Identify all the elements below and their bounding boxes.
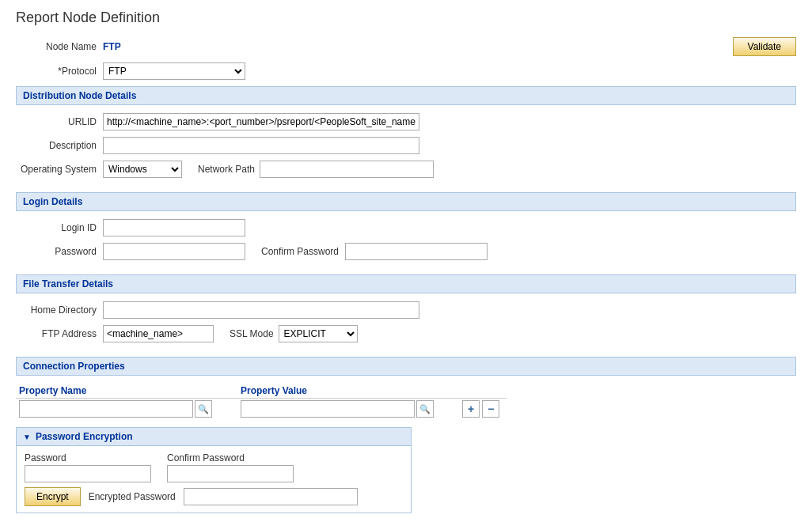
enc-password-input[interactable] bbox=[25, 465, 151, 482]
confirm-password-label: Confirm Password bbox=[261, 246, 339, 257]
password-label: Password bbox=[16, 246, 103, 257]
page-title: Report Node Definition bbox=[16, 9, 796, 26]
col-property-name: Property Name bbox=[16, 384, 237, 399]
connection-properties-row: 🔍 🔍 + − bbox=[16, 399, 507, 420]
connection-properties-section-header: Connection Properties bbox=[16, 357, 796, 376]
prop-value-search-button[interactable]: 🔍 bbox=[416, 400, 434, 418]
protocol-row: *Protocol FTP HTTP HTTPS SFTP bbox=[16, 62, 796, 80]
collapse-icon[interactable]: ▼ bbox=[23, 433, 31, 441]
validate-button[interactable]: Validate bbox=[733, 37, 796, 56]
distribution-node-section-header: Distribution Node Details bbox=[16, 86, 796, 105]
password-input[interactable] bbox=[103, 243, 245, 260]
loginid-label: Login ID bbox=[16, 222, 103, 233]
connection-properties-table: Property Name Property Value 🔍 bbox=[16, 384, 507, 419]
enc-password-field: Password bbox=[25, 452, 151, 482]
file-transfer-section-header: File Transfer Details bbox=[16, 274, 796, 293]
protocol-label: *Protocol bbox=[16, 66, 103, 77]
col-property-value: Property Value bbox=[237, 384, 459, 399]
os-row: Operating System Windows Linux Unix Netw… bbox=[16, 161, 796, 178]
description-label: Description bbox=[16, 140, 103, 151]
login-details-section-body: Login ID Password Confirm Password bbox=[16, 216, 796, 270]
remove-row-button[interactable]: − bbox=[482, 400, 499, 418]
protocol-select[interactable]: FTP HTTP HTTPS SFTP bbox=[103, 62, 245, 80]
distribution-node-section-body: URLID Description Operating System Windo… bbox=[16, 110, 796, 187]
ssl-mode-label: SSL Mode bbox=[230, 328, 274, 339]
password-encryption-body: Password Confirm Password Encrypt Encryp… bbox=[17, 446, 411, 513]
home-directory-row: Home Directory bbox=[16, 301, 796, 319]
password-encryption-title: Password Encryption bbox=[36, 431, 133, 442]
ftp-address-row: FTP Address SSL Mode EXPLICIT IMPLICIT N… bbox=[16, 325, 796, 342]
password-row: Password Confirm Password bbox=[16, 243, 796, 260]
ssl-mode-select[interactable]: EXPLICIT IMPLICIT NONE bbox=[279, 325, 358, 342]
description-input[interactable] bbox=[103, 137, 419, 154]
node-name-row: Node Name FTP Validate bbox=[16, 37, 796, 56]
prop-name-search-button[interactable]: 🔍 bbox=[195, 400, 212, 418]
loginid-input[interactable] bbox=[103, 219, 245, 236]
urlid-input[interactable] bbox=[103, 113, 419, 130]
enc-confirm-field: Confirm Password bbox=[167, 452, 294, 482]
file-transfer-section-body: Home Directory FTP Address SSL Mode EXPL… bbox=[16, 298, 796, 352]
home-directory-input[interactable] bbox=[103, 301, 419, 319]
password-encryption-header: ▼ Password Encryption bbox=[17, 428, 411, 446]
ftp-address-input[interactable] bbox=[103, 325, 214, 342]
prop-value-input[interactable] bbox=[241, 400, 415, 418]
node-name-label: Node Name bbox=[16, 41, 103, 52]
encrypted-password-input[interactable] bbox=[184, 488, 358, 505]
add-row-button[interactable]: + bbox=[462, 400, 480, 418]
urlid-label: URLID bbox=[16, 116, 103, 127]
login-details-section-header: Login Details bbox=[16, 192, 796, 211]
prop-name-input[interactable] bbox=[19, 400, 193, 418]
node-name-value: FTP bbox=[103, 41, 121, 52]
enc-password-label: Password bbox=[25, 452, 151, 463]
enc-encrypt-row: Encrypt Encrypted Password bbox=[25, 487, 403, 506]
connection-properties-section-body: Property Name Property Value 🔍 bbox=[16, 380, 796, 422]
description-row: Description bbox=[16, 137, 796, 154]
page-wrapper: Report Node Definition Node Name FTP Val… bbox=[0, 0, 812, 522]
enc-confirm-password-label: Confirm Password bbox=[167, 452, 294, 463]
os-label: Operating System bbox=[16, 164, 103, 175]
enc-confirm-password-input[interactable] bbox=[167, 465, 294, 482]
encrypt-button[interactable]: Encrypt bbox=[25, 487, 81, 506]
ftp-address-label: FTP Address bbox=[16, 328, 103, 339]
encrypted-password-label: Encrypted Password bbox=[89, 491, 176, 502]
password-encryption-section: ▼ Password Encryption Password Confirm P… bbox=[16, 427, 412, 513]
home-directory-label: Home Directory bbox=[16, 304, 103, 316]
confirm-password-input[interactable] bbox=[345, 243, 488, 260]
network-path-label: Network Path bbox=[198, 164, 255, 175]
loginid-row: Login ID bbox=[16, 219, 796, 236]
network-path-input[interactable] bbox=[260, 161, 434, 178]
main-content: Report Node Definition Node Name FTP Val… bbox=[0, 0, 812, 522]
enc-password-row: Password Confirm Password bbox=[25, 452, 403, 482]
urlid-row: URLID bbox=[16, 113, 796, 130]
os-select[interactable]: Windows Linux Unix bbox=[103, 161, 182, 178]
